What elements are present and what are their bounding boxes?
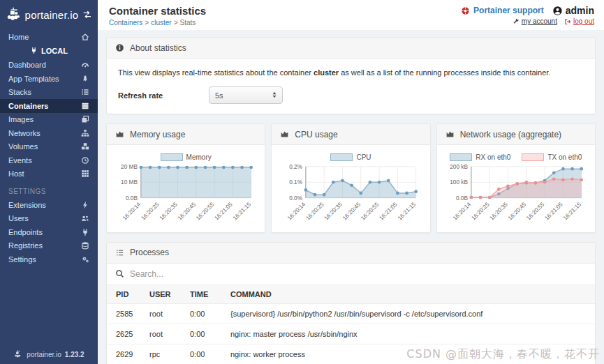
svg-text:16:20:14: 16:20:14 (452, 201, 472, 221)
cogs-icon (81, 255, 89, 264)
sidebar-item-networks[interactable]: Networks (0, 126, 98, 140)
brand-name: portainer.io (25, 9, 79, 21)
svg-text:100 kB: 100 kB (450, 179, 468, 185)
grid-icon (81, 169, 89, 178)
rocket-icon (81, 75, 89, 83)
svg-text:16:21:05: 16:21:05 (214, 201, 234, 221)
chart-plot: 20 MB10 MB0.0B16:20:1416:20:2516:20:3516… (111, 162, 260, 228)
cell-pid: 2629 (107, 344, 145, 364)
app-root: portainer.io HomeLOCALDashboardApp Templ… (0, 0, 604, 364)
svg-text:10 MB: 10 MB (121, 179, 138, 185)
svg-text:0.0%: 0.0% (289, 195, 302, 202)
svg-text:16:20:25: 16:20:25 (470, 201, 490, 221)
sidebar-item-users[interactable]: Users (0, 212, 98, 226)
chart-title-memory: Memory usage (130, 130, 185, 139)
cpu-usage-chart: CPU0.2%0.1%0.0%16:20:1416:20:2516:20:351… (272, 145, 429, 232)
chart-title-cpu: CPU usage (295, 130, 337, 139)
sidebar-item-images[interactable]: Images (0, 113, 98, 127)
container-name: cluster (314, 68, 339, 77)
server-icon (81, 102, 89, 110)
chart-title-network: Network usage (aggregate) (460, 130, 561, 139)
tasks-list-icon (115, 248, 124, 257)
refresh-rate-label: Refresh rate (118, 91, 209, 100)
sidebar-item-containers[interactable]: Containers (0, 99, 98, 113)
svg-text:16:20:25: 16:20:25 (305, 201, 325, 221)
table-row: 2585root0:00{supervisord} /usr/bin/pytho… (107, 303, 595, 324)
legend-item: CPU (330, 153, 371, 161)
legend-item: Memory (161, 153, 212, 161)
sidebar-item-app-templates[interactable]: App Templates (0, 72, 98, 86)
sidebar-item-endpoints[interactable]: Endpoints (0, 225, 98, 239)
cell-time: 0:00 (186, 324, 226, 344)
area-chart-icon (445, 130, 455, 139)
column-header-pid: PID (107, 285, 145, 304)
list-icon (81, 88, 89, 96)
network-usage-chart: RX on eth0TX on eth0200 kB100 kB0.0B16:2… (437, 145, 595, 232)
cell-command: nginx: master process /usr/sbin/nginx (226, 324, 595, 344)
process-search-row (107, 264, 595, 285)
sidebar-item-stacks[interactable]: Stacks (0, 86, 98, 100)
search-input[interactable] (130, 269, 587, 279)
bolt-icon (81, 201, 89, 209)
table-row: 2629rpc0:00nginx: worker process (107, 344, 595, 364)
page-title: Container statistics (109, 5, 206, 17)
endpoint-local[interactable]: LOCAL (0, 44, 98, 59)
legend-item: RX on eth0 (450, 153, 510, 161)
my-account-link[interactable]: my account (513, 17, 557, 25)
sidebar-item-extensions[interactable]: Extensions (0, 198, 98, 212)
search-icon (115, 269, 124, 278)
db-icon (81, 241, 89, 250)
sidebar-item-volumes[interactable]: Volumes (0, 140, 98, 154)
breadcrumb-link-cluster[interactable]: cluster (151, 19, 171, 26)
svg-text:0.0B: 0.0B (126, 195, 138, 202)
chart-plot: 200 kB100 kB0.0B16:20:1416:20:2516:20:35… (441, 162, 591, 228)
portainer-logo-icon (6, 6, 22, 23)
users-icon (81, 214, 89, 222)
sidebar-item-settings[interactable]: Settings (0, 252, 98, 266)
sidebar-collapse-icon[interactable] (82, 10, 92, 20)
plug-icon (81, 228, 89, 236)
cpu-usage-panel: CPU usage CPU0.2%0.1%0.0%16:20:1416:20:2… (271, 123, 430, 233)
brand-name-footer: portainer.io (27, 351, 61, 358)
svg-text:16:20:35: 16:20:35 (488, 201, 508, 221)
svg-text:16:20:45: 16:20:45 (507, 201, 527, 221)
svg-text:16:20:35: 16:20:35 (323, 201, 344, 221)
svg-text:0.0B: 0.0B (456, 195, 468, 202)
svg-text:0.2%: 0.2% (289, 164, 302, 170)
dashboard-icon (81, 61, 89, 69)
about-title: About statistics (130, 43, 186, 53)
svg-text:16:20:45: 16:20:45 (341, 201, 362, 221)
chart-plot: 0.2%0.1%0.0%16:20:1416:20:2516:20:3516:2… (276, 162, 425, 228)
breadcrumb: Containers>cluster>Stats (109, 19, 206, 26)
info-icon (115, 43, 124, 52)
sidebar-brand[interactable]: portainer.io (0, 0, 98, 30)
sidebar-item-registries[interactable]: Registries (0, 239, 98, 253)
endpoint-label: LOCAL (41, 47, 68, 55)
table-row: 2625root0:00nginx: master process /usr/s… (107, 324, 595, 344)
column-header-command: COMMAND (226, 285, 595, 304)
refresh-rate-select[interactable]: 5s (209, 86, 283, 104)
cubes-icon (81, 142, 89, 151)
svg-text:16:21:05: 16:21:05 (543, 201, 564, 221)
breadcrumb-link-containers[interactable]: Containers (109, 19, 142, 26)
history-icon (81, 156, 89, 165)
sidebar-version: portainer.io 1.23.2 (0, 345, 98, 364)
cell-user: root (145, 324, 186, 344)
sidebar-item-home[interactable]: Home (0, 30, 98, 44)
current-user[interactable]: admin (552, 5, 594, 16)
svg-text:16:20:55: 16:20:55 (195, 201, 215, 221)
svg-text:16:20:25: 16:20:25 (140, 201, 160, 221)
table-header-row: PIDUSERTIMECOMMAND (107, 285, 595, 304)
logout-link[interactable]: log out (564, 17, 594, 25)
cell-time: 0:00 (186, 344, 226, 364)
about-description: This view displays real-time statistics … (118, 68, 584, 77)
sidebar-item-events[interactable]: Events (0, 153, 98, 167)
cell-user: rpc (145, 344, 186, 364)
cell-command: {supervisord} /usr/bin/python2 /usr/bin/… (226, 303, 595, 324)
processes-panel: Processes PIDUSERTIMECOMMAND 2585root0:0… (106, 242, 596, 364)
chart-legend: RX on eth0TX on eth0 (441, 153, 591, 161)
portainer-support-link[interactable]: Portainer support (461, 6, 544, 15)
sidebar-item-dashboard[interactable]: Dashboard (0, 59, 98, 73)
portainer-logo-small-icon (13, 349, 23, 359)
sidebar-item-host[interactable]: Host (0, 167, 98, 181)
